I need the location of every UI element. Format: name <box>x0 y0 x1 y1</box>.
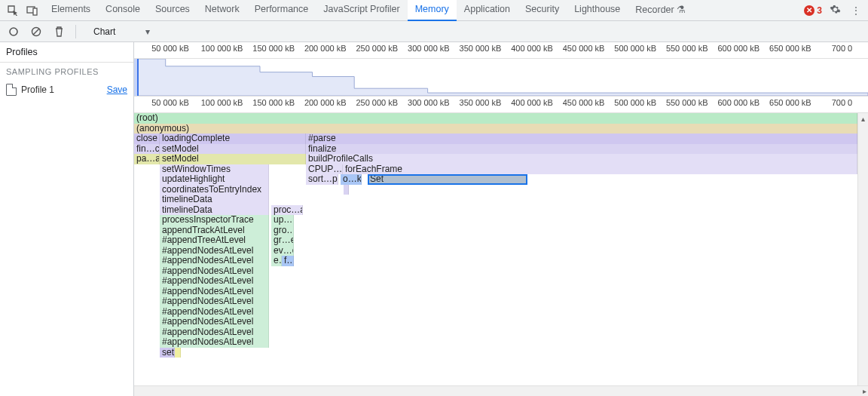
flame-bar[interactable]: sort…ples <box>306 174 338 185</box>
flame-bar[interactable]: f…r <box>282 256 294 266</box>
ruler-tick: 50 000 kB <box>151 98 189 107</box>
ruler-tick: 50 000 kB <box>151 44 189 53</box>
scroll-up-icon[interactable]: ▴ <box>861 115 865 123</box>
flame-bar[interactable]: loadingComplete <box>160 134 306 144</box>
flame-bar[interactable]: setModel <box>160 154 306 164</box>
svg-point-2 <box>10 28 17 35</box>
profile-item-label: Profile 1 <box>21 84 54 95</box>
tab-console[interactable]: Console <box>98 0 148 21</box>
sidebar-group-label: SAMPLING PROFILES <box>0 63 133 81</box>
settings-gear-icon[interactable] <box>827 2 844 19</box>
inspect-icon[interactable] <box>5 2 21 19</box>
ruler-tick: 350 000 kB <box>460 98 502 107</box>
tab-network[interactable]: Network <box>197 0 247 21</box>
ruler-tick: 550 000 kB <box>666 98 708 107</box>
tab-elements[interactable]: Elements <box>44 0 98 21</box>
flame-bar[interactable]: proc…ata <box>271 205 303 216</box>
device-toggle-icon[interactable] <box>24 2 41 19</box>
profile-item[interactable]: Profile 1 Save <box>0 81 133 99</box>
ruler-tick: 450 000 kB <box>563 98 605 107</box>
flame-bar[interactable]: #appendNodesAtLevel <box>160 307 269 318</box>
clear-icon[interactable] <box>29 24 44 39</box>
tab-security[interactable]: Security <box>518 0 567 21</box>
flame-bar[interactable]: #appendNodesAtLevel <box>160 317 269 327</box>
tab-application[interactable]: Application <box>457 0 518 21</box>
flame-bar[interactable]: Set <box>368 174 527 185</box>
ruler-tick: 400 000 kB <box>511 44 553 53</box>
flame-bar[interactable]: #appendNodesAtLevel <box>160 337 269 348</box>
flame-bar[interactable]: timelineData <box>160 205 269 216</box>
error-count-badge[interactable]: ✕ 3 <box>804 5 822 16</box>
ruler-tick: 250 000 kB <box>356 98 398 107</box>
flame-bar[interactable] <box>175 348 181 358</box>
ruler-tick: 400 000 kB <box>511 98 553 107</box>
tab-performance[interactable]: Performance <box>247 0 316 21</box>
flame-bar[interactable]: (anonymous) <box>134 124 857 134</box>
flame-bar[interactable]: (root) <box>134 113 857 124</box>
flame-bar[interactable]: ev…ew <box>271 246 294 256</box>
flame-bar[interactable]: e… <box>271 256 282 266</box>
flame-bar[interactable]: forEachFrame <box>343 164 857 175</box>
error-icon: ✕ <box>804 5 815 16</box>
flame-bar[interactable]: gro…ts <box>271 226 294 236</box>
devtools-tab-strip: ElementsConsoleSourcesNetworkPerformance… <box>0 0 868 21</box>
flame-bar[interactable]: #appendNodesAtLevel <box>160 276 269 287</box>
horizontal-scrollbar[interactable]: ▸ <box>134 385 868 396</box>
tab-memory[interactable]: Memory <box>408 0 457 21</box>
ruler-tick: 150 000 kB <box>252 98 295 107</box>
flame-bar[interactable]: fin…ce <box>134 144 160 155</box>
flame-bar[interactable]: o…k <box>341 174 362 185</box>
flame-bar[interactable]: up…up <box>271 215 294 226</box>
tab-javascript-profiler[interactable]: JavaScript Profiler <box>316 0 407 21</box>
tab-sources[interactable]: Sources <box>148 0 197 21</box>
overview-ruler[interactable]: 50 000 kB100 000 kB150 000 kB200 000 kB2… <box>134 42 868 59</box>
flame-bar[interactable]: timelineData <box>160 195 269 205</box>
flame-bar[interactable]: #appendNodesAtLevel <box>160 287 269 297</box>
flame-bar[interactable]: finalize <box>306 144 857 155</box>
view-mode-select[interactable]: Chart ▾ <box>88 24 155 39</box>
flame-bar[interactable]: pa…at <box>134 154 160 164</box>
flame-bar[interactable]: #appendNodesAtLevel <box>160 327 269 338</box>
flame-bar[interactable]: gr…ew <box>271 235 294 246</box>
profiles-sidebar: Profiles SAMPLING PROFILES Profile 1 Sav… <box>0 42 134 396</box>
flame-bar[interactable]: #appendNodesAtLevel <box>160 246 269 256</box>
svg-line-4 <box>33 29 39 35</box>
scroll-right-icon[interactable]: ▸ <box>863 387 866 395</box>
tab-lighthouse[interactable]: Lighthouse <box>567 0 628 21</box>
vertical-scrollbar[interactable]: ▴ <box>857 113 868 385</box>
delete-icon[interactable] <box>51 24 66 39</box>
ruler-tick: 650 000 kB <box>769 44 811 53</box>
flame-bar[interactable]: CPUP…del <box>306 164 343 175</box>
overview-selection-handle[interactable] <box>134 59 139 96</box>
flame-bar[interactable]: #appendTreeAtLevel <box>160 235 269 246</box>
record-icon[interactable] <box>6 24 21 39</box>
flame-bar[interactable]: buildProfileCalls <box>306 154 857 164</box>
tab-recorder-[interactable]: Recorder ⚗ <box>628 0 693 21</box>
flame-bar[interactable]: coordinatesToEntryIndex <box>160 185 269 195</box>
flame-ruler[interactable]: 50 000 kB100 000 kB150 000 kB200 000 kB2… <box>134 97 868 113</box>
flame-bar[interactable]: #appendNodesAtLevel <box>160 296 269 307</box>
ruler-tick: 650 000 kB <box>769 98 811 107</box>
flame-bar[interactable]: setWindowTimes <box>160 164 269 175</box>
profile-save-link[interactable]: Save <box>107 84 127 95</box>
flame-bar[interactable]: processInspectorTrace <box>160 215 269 226</box>
flame-bar[interactable]: close <box>134 134 160 144</box>
sidebar-title: Profiles <box>0 42 133 63</box>
flame-bar[interactable]: #parse <box>306 134 857 144</box>
flame-bar[interactable]: updateHighlight <box>160 174 269 185</box>
flame-bar[interactable]: setModel <box>160 144 306 155</box>
ruler-tick: 200 000 kB <box>304 98 347 107</box>
ruler-tick: 700 0 <box>832 98 853 107</box>
flame-bar[interactable]: set <box>160 348 175 358</box>
more-menu-icon[interactable]: ⋮ <box>848 4 863 17</box>
flame-bar[interactable] <box>344 185 349 195</box>
chevron-down-icon: ▾ <box>145 26 150 37</box>
flame-chart[interactable]: (root)(anonymous)closeloadingComplete#pa… <box>134 113 857 385</box>
error-count: 3 <box>817 5 822 16</box>
flame-bar[interactable]: #appendNodesAtLevel <box>160 266 269 277</box>
flame-bar[interactable]: #appendNodesAtLevel <box>160 256 269 266</box>
overview-chart[interactable] <box>134 59 868 97</box>
flame-bar[interactable]: appendTrackAtLevel <box>160 226 269 236</box>
ruler-tick: 700 0 <box>832 44 853 53</box>
memory-toolbar: Chart ▾ <box>0 21 868 42</box>
